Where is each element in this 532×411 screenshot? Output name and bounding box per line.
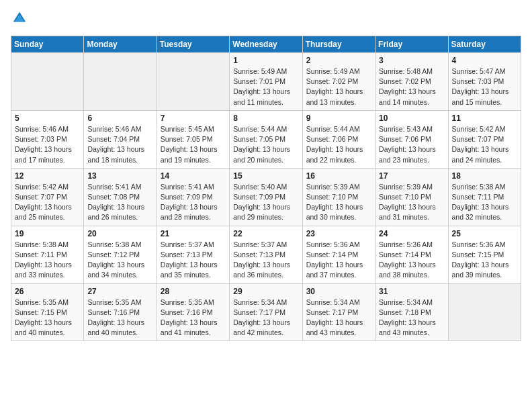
daylight-text: Daylight: 13 hours and 36 minutes. <box>233 261 290 279</box>
sunset-text: Sunset: 7:07 PM <box>15 193 67 201</box>
calendar-cell: 14 Sunrise: 5:41 AM Sunset: 7:09 PM Dayl… <box>157 168 229 226</box>
calendar-cell: 4 Sunrise: 5:47 AM Sunset: 7:03 PM Dayli… <box>448 53 521 111</box>
daylight-text: Daylight: 13 hours and 42 minutes. <box>233 318 290 336</box>
day-number: 26 <box>15 287 80 296</box>
sunrise-text: Sunrise: 5:36 AM <box>379 240 433 248</box>
sunrise-text: Sunrise: 5:39 AM <box>379 183 433 191</box>
sunrise-text: Sunrise: 5:38 AM <box>15 240 69 248</box>
daylight-text: Daylight: 13 hours and 29 minutes. <box>233 203 290 221</box>
day-number: 28 <box>161 287 226 296</box>
daylight-text: Daylight: 13 hours and 11 minutes. <box>233 87 290 105</box>
daylight-text: Daylight: 13 hours and 30 minutes. <box>306 203 363 221</box>
sunrise-text: Sunrise: 5:38 AM <box>87 240 141 248</box>
day-info: Sunrise: 5:44 AM Sunset: 7:06 PM Dayligh… <box>306 124 371 165</box>
daylight-text: Daylight: 13 hours and 41 minutes. <box>161 318 218 336</box>
daylight-text: Daylight: 13 hours and 25 minutes. <box>15 203 72 221</box>
day-number: 9 <box>306 113 371 123</box>
sunrise-text: Sunrise: 5:37 AM <box>233 240 287 248</box>
sunrise-text: Sunrise: 5:36 AM <box>452 240 506 248</box>
calendar-cell: 6 Sunrise: 5:46 AM Sunset: 7:04 PM Dayli… <box>84 110 157 168</box>
calendar-cell: 12 Sunrise: 5:42 AM Sunset: 7:07 PM Dayl… <box>11 168 84 226</box>
sunset-text: Sunset: 7:16 PM <box>161 308 213 316</box>
day-info: Sunrise: 5:34 AM Sunset: 7:18 PM Dayligh… <box>379 298 444 338</box>
day-info: Sunrise: 5:38 AM Sunset: 7:12 PM Dayligh… <box>87 240 152 281</box>
sunrise-text: Sunrise: 5:44 AM <box>306 125 360 133</box>
daylight-text: Daylight: 13 hours and 43 minutes. <box>306 318 363 336</box>
calendar-cell: 26 Sunrise: 5:35 AM Sunset: 7:15 PM Dayl… <box>11 283 84 341</box>
day-info: Sunrise: 5:46 AM Sunset: 7:03 PM Dayligh… <box>15 124 80 165</box>
sunrise-text: Sunrise: 5:34 AM <box>233 298 287 306</box>
calendar-cell: 3 Sunrise: 5:48 AM Sunset: 7:02 PM Dayli… <box>375 53 448 111</box>
sunset-text: Sunset: 7:01 PM <box>233 77 285 85</box>
day-number: 27 <box>87 287 152 296</box>
day-number: 29 <box>233 287 298 296</box>
day-number: 11 <box>452 113 517 123</box>
sunrise-text: Sunrise: 5:46 AM <box>87 125 141 133</box>
calendar-cell: 23 Sunrise: 5:36 AM Sunset: 7:14 PM Dayl… <box>302 226 375 283</box>
calendar-table: SundayMondayTuesdayWednesdayThursdayFrid… <box>11 36 521 341</box>
day-info: Sunrise: 5:43 AM Sunset: 7:06 PM Dayligh… <box>379 124 444 165</box>
sunset-text: Sunset: 7:13 PM <box>161 250 213 259</box>
daylight-text: Daylight: 13 hours and 17 minutes. <box>15 145 72 163</box>
sunset-text: Sunset: 7:06 PM <box>306 135 359 143</box>
daylight-text: Daylight: 13 hours and 15 minutes. <box>452 87 509 105</box>
day-info: Sunrise: 5:44 AM Sunset: 7:05 PM Dayligh… <box>233 124 298 165</box>
day-info: Sunrise: 5:47 AM Sunset: 7:03 PM Dayligh… <box>452 66 517 107</box>
sunrise-text: Sunrise: 5:35 AM <box>161 298 214 306</box>
day-info: Sunrise: 5:35 AM Sunset: 7:16 PM Dayligh… <box>87 298 152 338</box>
day-number: 5 <box>15 113 80 123</box>
sunrise-text: Sunrise: 5:34 AM <box>379 298 433 306</box>
sunrise-text: Sunrise: 5:48 AM <box>379 67 433 75</box>
day-info: Sunrise: 5:41 AM Sunset: 7:09 PM Dayligh… <box>161 182 226 223</box>
daylight-text: Daylight: 13 hours and 37 minutes. <box>306 261 363 279</box>
day-number: 17 <box>379 171 444 181</box>
sunset-text: Sunset: 7:13 PM <box>233 250 285 259</box>
daylight-text: Daylight: 13 hours and 18 minutes. <box>87 145 144 163</box>
page-header <box>11 11 521 29</box>
sunset-text: Sunset: 7:15 PM <box>15 308 67 316</box>
calendar-cell: 28 Sunrise: 5:35 AM Sunset: 7:16 PM Dayl… <box>157 283 229 341</box>
sunset-text: Sunset: 7:02 PM <box>379 77 431 85</box>
day-number: 30 <box>306 287 371 296</box>
calendar-cell: 17 Sunrise: 5:39 AM Sunset: 7:10 PM Dayl… <box>375 168 448 226</box>
daylight-text: Daylight: 13 hours and 32 minutes. <box>452 203 509 221</box>
sunrise-text: Sunrise: 5:41 AM <box>161 183 214 191</box>
calendar-cell: 31 Sunrise: 5:34 AM Sunset: 7:18 PM Dayl… <box>375 283 448 341</box>
sunrise-text: Sunrise: 5:43 AM <box>379 125 433 133</box>
day-info: Sunrise: 5:37 AM Sunset: 7:13 PM Dayligh… <box>233 240 298 281</box>
daylight-text: Daylight: 13 hours and 14 minutes. <box>379 87 436 105</box>
calendar-cell: 1 Sunrise: 5:49 AM Sunset: 7:01 PM Dayli… <box>230 53 302 111</box>
sunrise-text: Sunrise: 5:39 AM <box>306 183 360 191</box>
day-info: Sunrise: 5:45 AM Sunset: 7:05 PM Dayligh… <box>161 124 226 165</box>
day-number: 21 <box>161 229 226 238</box>
day-number: 1 <box>233 56 298 65</box>
sunrise-text: Sunrise: 5:49 AM <box>233 67 287 75</box>
sunset-text: Sunset: 7:02 PM <box>306 77 359 85</box>
day-info: Sunrise: 5:38 AM Sunset: 7:11 PM Dayligh… <box>15 240 80 281</box>
sunset-text: Sunset: 7:03 PM <box>452 77 504 85</box>
sunrise-text: Sunrise: 5:49 AM <box>306 67 360 75</box>
daylight-text: Daylight: 13 hours and 40 minutes. <box>15 318 72 336</box>
day-number: 22 <box>233 229 298 238</box>
sunrise-text: Sunrise: 5:45 AM <box>161 125 214 133</box>
calendar-cell: 2 Sunrise: 5:49 AM Sunset: 7:02 PM Dayli… <box>302 53 375 111</box>
day-number: 4 <box>452 56 517 65</box>
weekday-friday: Friday <box>375 36 448 53</box>
daylight-text: Daylight: 13 hours and 39 minutes. <box>452 261 509 279</box>
day-info: Sunrise: 5:46 AM Sunset: 7:04 PM Dayligh… <box>87 124 152 165</box>
day-number: 13 <box>87 171 152 181</box>
day-number: 15 <box>233 171 298 181</box>
weekday-wednesday: Wednesday <box>230 36 302 53</box>
day-info: Sunrise: 5:37 AM Sunset: 7:13 PM Dayligh… <box>161 240 226 281</box>
calendar-cell: 18 Sunrise: 5:38 AM Sunset: 7:11 PM Dayl… <box>448 168 521 226</box>
day-info: Sunrise: 5:49 AM Sunset: 7:02 PM Dayligh… <box>306 66 371 107</box>
day-number: 25 <box>452 229 517 238</box>
calendar-cell <box>11 53 84 111</box>
calendar-cell: 22 Sunrise: 5:37 AM Sunset: 7:13 PM Dayl… <box>230 226 302 283</box>
sunset-text: Sunset: 7:14 PM <box>379 250 431 259</box>
weekday-monday: Monday <box>84 36 157 53</box>
sunset-text: Sunset: 7:03 PM <box>15 135 67 143</box>
day-number: 20 <box>87 229 152 238</box>
sunset-text: Sunset: 7:12 PM <box>87 250 140 259</box>
daylight-text: Daylight: 13 hours and 23 minutes. <box>379 145 436 163</box>
